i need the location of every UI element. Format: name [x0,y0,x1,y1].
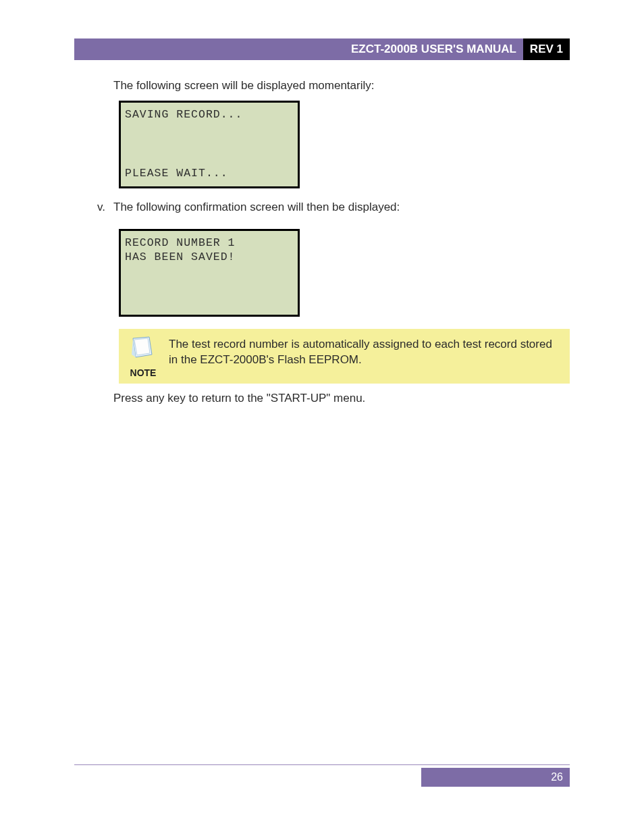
lcd-screen-saved: RECORD NUMBER 1 HAS BEEN SAVED! [119,229,300,317]
lcd-line: RECORD NUMBER 1 [125,236,294,251]
notepad-icon [129,334,157,365]
lcd-line: PLEASE WAIT... [125,167,294,181]
footer-divider [74,764,570,765]
page-number: 26 [551,771,563,783]
lcd-spacer [125,122,294,167]
intro-text: The following screen will be displayed m… [113,79,570,93]
footer-bar: 26 [74,768,570,787]
page-number-box: 26 [421,768,570,787]
step-row: v. The following confirmation screen wil… [86,201,570,221]
page-content: The following screen will be displayed m… [113,79,570,405]
header-title: EZCT-2000B USER'S MANUAL [74,38,523,60]
step-text: The following confirmation screen will t… [113,201,400,214]
svg-marker-1 [134,338,150,355]
note-box: NOTE The test record number is automatic… [119,329,570,384]
step-marker: v. [86,201,113,221]
lcd-line: HAS BEEN SAVED! [125,251,294,265]
footer-spacer [74,768,421,787]
revision-label: REV 1 [530,43,563,56]
header-revision: REV 1 [523,38,570,60]
lcd-line: SAVING RECORD... [125,108,294,122]
note-left: NOTE [127,334,159,378]
document-page: EZCT-2000B USER'S MANUAL REV 1 The follo… [0,0,644,834]
header-bar: EZCT-2000B USER'S MANUAL REV 1 [74,38,570,60]
page-footer: 26 [74,764,570,787]
outro-text: Press any key to return to the "START-UP… [113,392,570,405]
note-text: The test record number is automatically … [169,334,563,378]
note-label: NOTE [130,367,157,378]
manual-title: EZCT-2000B USER'S MANUAL [351,43,516,56]
lcd-screen-saving: SAVING RECORD... PLEASE WAIT... [119,101,300,188]
